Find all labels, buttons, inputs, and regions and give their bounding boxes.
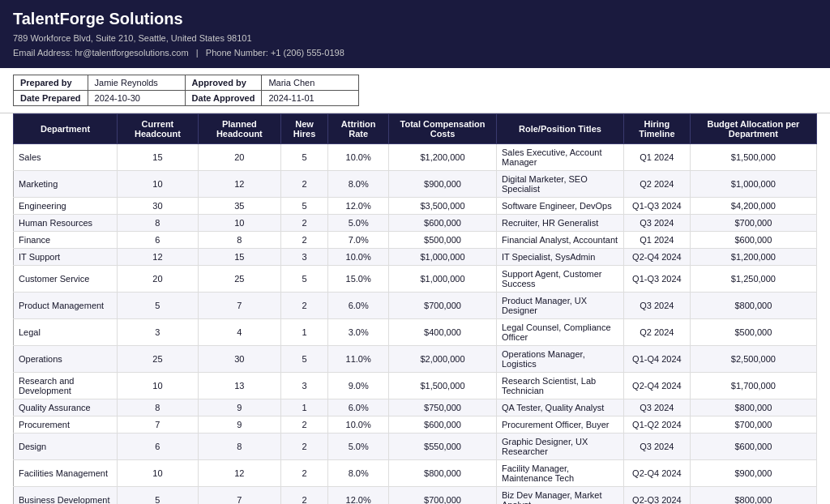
table-cell: 12.0% — [328, 198, 389, 215]
table-cell: Research and Development — [14, 373, 118, 399]
header: TalentForge Solutions 789 Workforce Blvd… — [0, 0, 830, 68]
table-cell: $1,500,000 — [389, 373, 497, 399]
table-cell: Q3 2024 — [623, 293, 690, 319]
table-cell: Graphic Designer, UX Researcher — [496, 434, 623, 460]
table-cell: Q2 2024 — [623, 319, 690, 346]
table-row: IT Support1215310.0%$1,000,000IT Special… — [14, 249, 817, 266]
table-cell: Procurement Officer, Buyer — [496, 416, 623, 434]
table-cell: 3 — [280, 373, 328, 399]
table-cell: 15 — [118, 144, 199, 171]
table-cell: 2 — [280, 232, 328, 249]
meta-table: Prepared by Jamie Reynolds Approved by M… — [13, 75, 359, 106]
table-cell: 8.0% — [328, 171, 389, 198]
table-cell: 9 — [198, 399, 280, 416]
table-cell: $700,000 — [389, 293, 497, 319]
table-cell: $800,000 — [690, 293, 816, 319]
table-cell: $1,000,000 — [389, 249, 497, 266]
table-cell: Q1-Q3 2024 — [623, 198, 690, 215]
table-cell: $800,000 — [690, 399, 816, 416]
table-row: Marketing101228.0%$900,000Digital Market… — [14, 171, 817, 198]
date-prepared-value: 2024-10-30 — [88, 91, 185, 106]
table-cell: Financial Analyst, Accountant — [496, 232, 623, 249]
table-cell: 12 — [118, 249, 199, 266]
table-cell: 2 — [280, 215, 328, 232]
table-cell: 7.0% — [328, 232, 389, 249]
table-cell: Sales Executive, Account Manager — [496, 144, 623, 171]
table-cell: 5 — [118, 293, 199, 319]
table-cell: $2,500,000 — [690, 346, 816, 373]
table-cell: Design — [14, 434, 118, 460]
table-cell: 5.0% — [328, 434, 389, 460]
table-cell: Human Resources — [14, 215, 118, 232]
table-cell: Q2-Q4 2024 — [623, 460, 690, 487]
table-cell: 10 — [118, 460, 199, 487]
table-cell: $1,500,000 — [690, 144, 816, 171]
table-cell: 10.0% — [328, 249, 389, 266]
table-cell: QA Tester, Quality Analyst — [496, 399, 623, 416]
table-cell: Q2-Q4 2024 — [623, 249, 690, 266]
table-cell: $800,000 — [690, 487, 816, 504]
table-cell: 9.0% — [328, 373, 389, 399]
table-cell: 30 — [118, 198, 199, 215]
table-cell: 12 — [198, 460, 280, 487]
table-cell: Facilities Management — [14, 460, 118, 487]
column-header: Role/Position Titles — [496, 114, 623, 144]
table-cell: $1,200,000 — [389, 144, 497, 171]
table-cell: 6.0% — [328, 293, 389, 319]
table-cell: IT Support — [14, 249, 118, 266]
table-row: Procurement79210.0%$600,000Procurement O… — [14, 416, 817, 434]
table-row: Human Resources81025.0%$600,000Recruiter… — [14, 215, 817, 232]
table-cell: 15.0% — [328, 266, 389, 293]
table-cell: Q1 2024 — [623, 232, 690, 249]
table-cell: Q1-Q4 2024 — [623, 346, 690, 373]
table-cell: 2 — [280, 460, 328, 487]
table-cell: Q1-Q2 2024 — [623, 416, 690, 434]
table-cell: $600,000 — [690, 434, 816, 460]
table-cell: $1,700,000 — [690, 373, 816, 399]
table-cell: 5 — [280, 266, 328, 293]
table-cell: Marketing — [14, 171, 118, 198]
table-cell: Sales — [14, 144, 118, 171]
table-cell: 2 — [280, 293, 328, 319]
table-cell: 5 — [280, 198, 328, 215]
table-cell: $4,200,000 — [690, 198, 816, 215]
table-cell: Biz Dev Manager, Market Analyst — [496, 487, 623, 504]
table-cell: $1,000,000 — [690, 171, 816, 198]
table-cell: IT Specialist, SysAdmin — [496, 249, 623, 266]
table-row: Legal3413.0%$400,000Legal Counsel, Compl… — [14, 319, 817, 346]
table-row: Research and Development101339.0%$1,500,… — [14, 373, 817, 399]
table-cell: 7 — [198, 293, 280, 319]
table-cell: Q1-Q3 2024 — [623, 266, 690, 293]
table-cell: Q2-Q4 2024 — [623, 373, 690, 399]
table-cell: 8 — [198, 232, 280, 249]
table-cell: 2 — [280, 416, 328, 434]
table-cell: 8 — [118, 399, 199, 416]
table-cell: $1,000,000 — [389, 266, 497, 293]
prepared-by-value: Jamie Reynolds — [88, 75, 185, 91]
column-header: Current Headcount — [118, 114, 199, 144]
date-prepared-label: Date Prepared — [14, 91, 88, 106]
table-cell: $1,250,000 — [690, 266, 816, 293]
table-cell: Q2-Q3 2024 — [623, 487, 690, 504]
table-cell: 8.0% — [328, 460, 389, 487]
table-cell: 3.0% — [328, 319, 389, 346]
date-approved-label: Date Approved — [185, 91, 262, 106]
table-cell: Legal Counsel, Compliance Officer — [496, 319, 623, 346]
table-cell: 5 — [118, 487, 199, 504]
table-cell: 15 — [198, 249, 280, 266]
table-cell: Support Agent, Customer Success — [496, 266, 623, 293]
table-cell: 7 — [118, 416, 199, 434]
table-cell: Software Engineer, DevOps — [496, 198, 623, 215]
table-cell: 1 — [280, 319, 328, 346]
table-cell: Facility Manager, Maintenance Tech — [496, 460, 623, 487]
table-cell: Engineering — [14, 198, 118, 215]
table-cell: Operations — [14, 346, 118, 373]
table-cell: 25 — [198, 266, 280, 293]
table-cell: 2 — [280, 434, 328, 460]
table-cell: 8 — [198, 434, 280, 460]
column-header: Planned Headcount — [198, 114, 280, 144]
table-cell: $600,000 — [389, 215, 497, 232]
table-cell: $600,000 — [690, 232, 816, 249]
table-cell: $1,200,000 — [690, 249, 816, 266]
table-row: Finance6827.0%$500,000Financial Analyst,… — [14, 232, 817, 249]
